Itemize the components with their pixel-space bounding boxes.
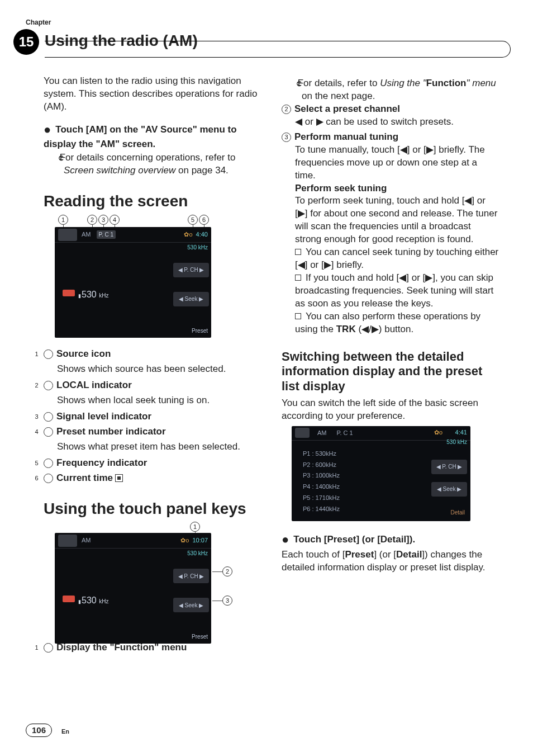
reading-screenshot: 1 2 3 4 5 6 AM P. C 1 ✿o 4:40 530 kHz bbox=[55, 215, 234, 338]
preset-p2[interactable]: P2 : 600kHz bbox=[303, 460, 340, 471]
scr-am-label: AM bbox=[82, 536, 91, 545]
chapter-rule bbox=[45, 41, 511, 58]
preset-p6[interactable]: P6 : 1440kHz bbox=[303, 504, 340, 515]
pointer-icon: ➲ bbox=[292, 78, 295, 89]
reading-item-6: 6Current time bbox=[44, 472, 261, 485]
pointer-icon: ➲ bbox=[54, 152, 57, 163]
square-bullet-icon bbox=[295, 313, 301, 319]
scr-big-freq: 530 kHz bbox=[82, 594, 108, 607]
reading-item-2-desc: Shows when local seek tuning is on. bbox=[57, 394, 261, 407]
step-touch-am-detail: ➲ For details concerning operations, ref… bbox=[44, 152, 261, 177]
touchkeys-screenshot: 1 AM ✿o 10:07 530 kHz ◀ P. CH ▶ ◀ Seek ▶… bbox=[55, 522, 234, 639]
seek-button[interactable]: ◀ Seek ▶ bbox=[173, 598, 209, 612]
preset-list[interactable]: P1 : 530kHz P2 : 600kHz P3 : 1000kHz P4 … bbox=[303, 448, 340, 515]
callout-4: 4 bbox=[110, 215, 120, 225]
callout-2: 2 bbox=[87, 215, 97, 225]
chapter-number-badge: 15 bbox=[13, 29, 39, 55]
scr-preset-number: P. C 1 bbox=[97, 230, 116, 239]
local-indicator bbox=[63, 290, 75, 296]
seek-button[interactable]: ◀ Seek ▶ bbox=[431, 482, 467, 497]
reading-item-5: 5Frequency indicator bbox=[44, 457, 261, 470]
square-bullet-icon bbox=[295, 249, 301, 255]
vo-icon: ✿o bbox=[180, 536, 189, 545]
stop-icon bbox=[115, 474, 123, 482]
callout-6: 6 bbox=[199, 215, 209, 225]
preset-p1[interactable]: P1 : 530kHz bbox=[303, 448, 340, 460]
switching-heading: Switching between the detailed informati… bbox=[282, 349, 499, 394]
preset-button[interactable]: Preset bbox=[192, 633, 208, 641]
scr-freq-top: 530 kHz bbox=[187, 550, 208, 557]
local-indicator bbox=[63, 596, 75, 602]
right-item-2: 2Select a preset channel ◀ or ▶ can be u… bbox=[282, 103, 499, 129]
scr-preset-number: P. C 1 bbox=[337, 429, 353, 437]
step-touch-preset: ●Touch [Preset] (or [Detail]). bbox=[282, 531, 499, 548]
callout-5: 5 bbox=[188, 215, 198, 225]
preset-p4[interactable]: P4 : 1400kHz bbox=[303, 481, 340, 493]
pch-button[interactable]: ◀ P. CH ▶ bbox=[173, 569, 209, 583]
scr-freq-top: 530 kHz bbox=[187, 244, 208, 252]
touch-keys-heading: Using the touch panel keys bbox=[44, 500, 261, 518]
switching-intro: You can switch the left side of the basi… bbox=[282, 397, 499, 423]
note-skip-freq: If you touch and hold [◀] or [▶], you ca… bbox=[282, 272, 499, 310]
source-icon bbox=[58, 229, 77, 241]
reading-the-screen-heading: Reading the screen bbox=[44, 193, 261, 210]
reading-item-1-desc: Shows which source has been selected. bbox=[57, 363, 261, 376]
reading-item-3: 3Signal level indicator bbox=[44, 410, 261, 423]
scr-clock: 4:41 bbox=[455, 428, 467, 437]
page-lang: En bbox=[61, 727, 69, 736]
intro-paragraph: You can listen to the radio using this n… bbox=[44, 75, 261, 114]
right-item-3: 3Perform manual tuning To tune manually,… bbox=[282, 131, 499, 336]
reading-item-2: 2LOCAL indicator bbox=[44, 379, 261, 392]
scr-freq-top: 530 kHz bbox=[446, 438, 467, 446]
page-number: 106 bbox=[26, 724, 52, 737]
preset-list-screenshot: AM P. C 1 ✿o 4:41 530 kHz ◀ P. CH ▶ ◀ Se… bbox=[292, 426, 470, 521]
callout-3: 3 bbox=[98, 215, 108, 225]
reading-item-4-desc: Shows what preset item has been selected… bbox=[57, 441, 261, 453]
pch-button[interactable]: ◀ P. CH ▶ bbox=[173, 263, 209, 277]
detail-button[interactable]: Detail bbox=[450, 509, 465, 517]
reading-item-4: 4Preset number indicator bbox=[44, 426, 261, 438]
scr-clock: 10:07 bbox=[192, 536, 208, 545]
chapter-label: Chapter bbox=[26, 18, 51, 27]
vo-icon: ✿o bbox=[184, 230, 192, 239]
callout-1: 1 bbox=[58, 215, 68, 225]
preset-p3[interactable]: P3 : 1000kHz bbox=[303, 470, 340, 481]
callout-tk-1: 1 bbox=[190, 522, 200, 532]
scr-am-label: AM bbox=[82, 230, 91, 239]
preset-p5[interactable]: P5 : 1710kHz bbox=[303, 493, 340, 504]
note-cancel-seek: You can cancel seek tuning by touching e… bbox=[282, 246, 499, 272]
step-touch-am: ●Touch [AM] on the "AV Source" menu to d… bbox=[44, 121, 261, 151]
vo-icon: ✿o bbox=[434, 428, 442, 437]
scr-big-freq: 530 kHz bbox=[82, 289, 108, 301]
source-icon bbox=[295, 428, 310, 438]
scr-clock: 4:40 bbox=[196, 230, 208, 239]
callout-tk-2: 2 bbox=[222, 566, 232, 577]
source-icon bbox=[58, 535, 77, 547]
square-bullet-icon bbox=[295, 275, 301, 281]
preset-button[interactable]: Preset bbox=[192, 327, 208, 335]
note-trk-button: You can also perform these operations by… bbox=[282, 310, 499, 336]
ref-using-function: ➲ For details, refer to Using the "Funct… bbox=[282, 77, 499, 103]
step-touch-preset-body: Each touch of [Preset] (or [Detail]) cha… bbox=[282, 549, 499, 574]
callout-tk-3: 3 bbox=[222, 596, 232, 606]
seek-button[interactable]: ◀ Seek ▶ bbox=[173, 292, 209, 306]
pch-button[interactable]: ◀ P. CH ▶ bbox=[431, 460, 467, 474]
reading-item-1: 1Source icon bbox=[44, 348, 261, 361]
scr-am-label: AM bbox=[317, 429, 327, 437]
